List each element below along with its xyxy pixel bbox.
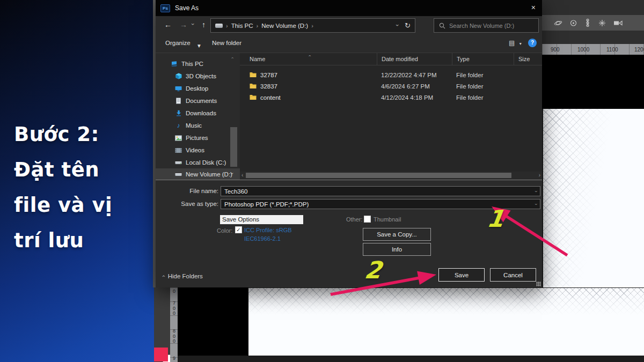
- file-name-input[interactable]: Tech360 ›: [221, 186, 540, 196]
- file-name: 32787: [260, 72, 277, 78]
- document-canvas-right: [543, 109, 644, 287]
- icc-profile-line1: ICC Profile: sRGB: [244, 227, 292, 233]
- ruler-tick: 9: [172, 356, 177, 361]
- column-header-type[interactable]: Type: [452, 53, 514, 65]
- folder-icon: [250, 94, 257, 100]
- screen: Bước 2: Đặt tên file và vị trí lưu 900 1…: [0, 0, 644, 362]
- dialog-titlebar[interactable]: Ps Save As ×: [156, 0, 542, 16]
- save-type-label: Save as type:: [156, 201, 218, 207]
- videos-icon: [175, 147, 182, 153]
- column-header-size[interactable]: Size: [514, 53, 542, 65]
- workspace-bottom-bar: [178, 356, 644, 362]
- save-a-copy-button[interactable]: Save a Copy...: [363, 228, 431, 241]
- save-form: File name: Tech360 › Save as type: Photo…: [156, 180, 542, 287]
- table-row[interactable]: content 4/12/2024 4:18 PM File folder: [240, 92, 542, 103]
- navigation-row: ← → › ↑ › This PC › New Volume (D:) › › …: [156, 16, 542, 35]
- sidebar-item-pictures[interactable]: Pictures: [156, 132, 240, 144]
- back-icon[interactable]: ←: [164, 20, 172, 29]
- file-list: Name Date modified Type Size › 32787 12/…: [240, 53, 542, 179]
- organize-caret-icon: ▾: [197, 42, 201, 49]
- foreground-color-swatch[interactable]: [154, 348, 168, 361]
- canvas-black-area: [542, 55, 644, 109]
- scroll-right-icon[interactable]: ›: [539, 172, 540, 178]
- search-box[interactable]: Search New Volume (D:): [434, 18, 539, 33]
- vertical-ruler: 0 700 800 9: [170, 287, 178, 362]
- sidebar-item-local-disk-c[interactable]: Local Disk (C:): [156, 157, 240, 168]
- chevron-down-icon: ›: [533, 203, 539, 205]
- dialog-title: Save As: [175, 4, 199, 12]
- sidebar-item-music[interactable]: ♪ Music: [156, 120, 240, 131]
- disk-drive-icon: [175, 160, 182, 165]
- save-as-dialog: Ps Save As × ← → › ↑ › This PC › New Vol…: [156, 0, 542, 287]
- sidebar-item-new-volume-d[interactable]: New Volume (D:): [156, 168, 240, 180]
- horizontal-ruler: 900 1000 1100 1200: [542, 44, 644, 55]
- sidebar-item-downloads[interactable]: Downloads: [156, 107, 240, 119]
- file-date: 4/6/2024 6:27 PM: [377, 83, 452, 90]
- horizontal-scrollbar[interactable]: ‹ ›: [240, 172, 542, 179]
- address-bar[interactable]: › This PC › New Volume (D:) › › ↻: [210, 18, 415, 33]
- step-line-2: Đặt tên: [14, 152, 148, 188]
- disk-drive-icon: [175, 172, 182, 177]
- search-placeholder: Search New Volume (D:): [449, 23, 514, 29]
- table-row[interactable]: 32787 12/22/2022 4:47 PM File folder: [240, 69, 542, 80]
- document-canvas-bottom: [248, 288, 644, 356]
- ps-menubar-strip: [542, 0, 644, 15]
- file-type: File folder: [452, 94, 514, 101]
- breadcrumb-this-pc[interactable]: This PC: [231, 23, 253, 29]
- sidebar-scroll-up-icon[interactable]: ›: [230, 57, 235, 59]
- close-icon[interactable]: ×: [531, 3, 536, 12]
- sidebar-item-3d-objects[interactable]: 3D Objects: [156, 70, 240, 82]
- sidebar-item-desktop[interactable]: Desktop: [156, 83, 240, 94]
- help-icon[interactable]: ?: [528, 39, 537, 47]
- ruler-tick: 1000: [577, 47, 589, 53]
- music-icon: ♪: [175, 122, 182, 129]
- sidebar-scrollbar[interactable]: [230, 127, 237, 167]
- camera-view-icon[interactable]: [613, 20, 623, 26]
- icc-profile-line2: IEC61966-2.1: [244, 235, 281, 242]
- sidebar-item-documents[interactable]: Documents: [156, 95, 240, 107]
- forward-icon[interactable]: →: [180, 20, 187, 29]
- refresh-icon[interactable]: ↻: [405, 21, 411, 29]
- up-icon[interactable]: ↑: [202, 20, 206, 29]
- ruler-tick: 800: [172, 329, 177, 344]
- save-button[interactable]: Save: [438, 268, 485, 282]
- sidebar-scroll-down-icon[interactable]: ›: [229, 173, 235, 174]
- new-folder-button[interactable]: New folder: [212, 40, 241, 46]
- column-header-date-modified[interactable]: Date modified: [377, 53, 452, 65]
- ps-options-bar: [542, 15, 644, 31]
- node-connector-icon[interactable]: [584, 19, 591, 27]
- scrollbar-thumb[interactable]: [246, 173, 511, 178]
- file-type: File folder: [452, 83, 514, 90]
- icc-profile-checkbox[interactable]: ✓: [235, 226, 242, 233]
- hide-folders-button[interactable]: › Hide Folders: [162, 273, 203, 279]
- thumbnail-checkbox[interactable]: [364, 216, 371, 223]
- scroll-left-icon[interactable]: ‹: [241, 172, 243, 178]
- breadcrumb-chevron-icon: ›: [311, 23, 313, 29]
- step-line-4: trí lưu: [14, 223, 148, 258]
- organize-button[interactable]: Organize: [165, 40, 191, 46]
- sidebar-item-videos[interactable]: Videos: [156, 144, 240, 156]
- breadcrumb-new-volume[interactable]: New Volume (D:): [261, 23, 308, 29]
- folder-tree: This PC 3D Objects Desktop Documents Dow…: [156, 53, 240, 179]
- dialog-toolbar: Organize ▾ New folder ▤ ▾ ?: [156, 35, 542, 53]
- info-button[interactable]: Info: [363, 243, 431, 256]
- view-options-icon[interactable]: ▤ ▾: [509, 39, 522, 47]
- rotate-view-icon[interactable]: [569, 19, 577, 27]
- resize-grip[interactable]: [536, 282, 541, 286]
- address-dropdown-icon[interactable]: ›: [394, 24, 401, 26]
- save-type-select[interactable]: Photoshop PDF (*.PDF;*.PDP) ›: [221, 199, 540, 209]
- cancel-button[interactable]: Cancel: [490, 268, 536, 282]
- other-label: Other:: [346, 216, 363, 223]
- sidebar-item-this-pc[interactable]: This PC: [156, 58, 240, 70]
- thumbnail-label: Thumbnail: [374, 216, 401, 223]
- drive-icon: [215, 24, 223, 28]
- breadcrumb-chevron-icon: ›: [257, 23, 259, 29]
- recent-locations-icon[interactable]: ›: [190, 23, 196, 25]
- orbit-3d-icon[interactable]: [554, 19, 562, 27]
- move-axes-icon[interactable]: [598, 19, 606, 27]
- table-row[interactable]: 32837 4/6/2024 6:27 PM File folder: [240, 80, 542, 92]
- ruler-tick: 0: [172, 289, 177, 294]
- save-options-box[interactable]: Save Options: [220, 215, 303, 224]
- file-type: File folder: [452, 72, 514, 78]
- folder-icon: [250, 83, 257, 89]
